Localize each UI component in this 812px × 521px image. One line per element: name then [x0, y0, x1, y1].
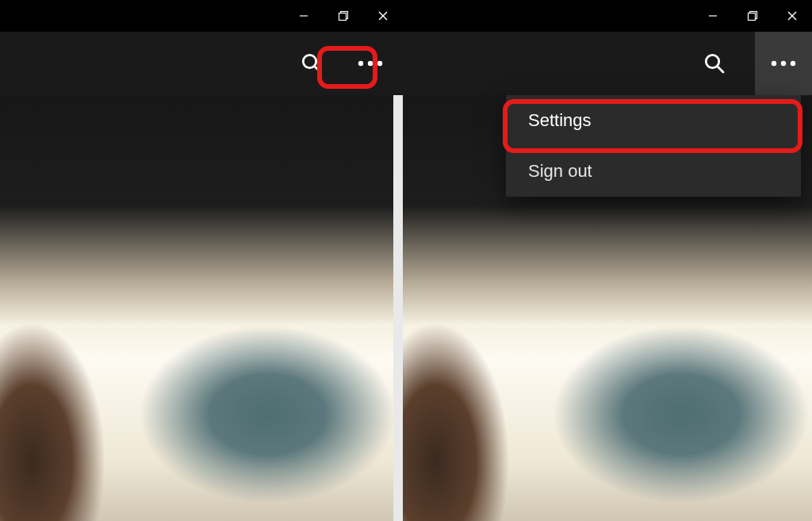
menu-item-settings[interactable]: Settings: [506, 95, 801, 146]
svg-point-8: [368, 61, 373, 66]
menu-item-sign-out[interactable]: Sign out: [506, 146, 801, 197]
svg-point-19: [791, 61, 795, 66]
search-icon[interactable]: [293, 45, 330, 82]
maximize-button[interactable]: [733, 0, 772, 32]
svg-rect-12: [749, 13, 756, 21]
close-button[interactable]: [772, 0, 812, 32]
minimize-button[interactable]: [284, 0, 324, 32]
content-area: [0, 32, 403, 521]
app-toolbar: [403, 32, 812, 95]
pane-step-1: [0, 0, 403, 521]
menu-item-label: Settings: [528, 110, 592, 131]
minimize-button[interactable]: [693, 0, 733, 32]
svg-point-18: [781, 61, 786, 66]
close-button[interactable]: [363, 0, 403, 32]
background-photo: [0, 95, 393, 521]
window-titlebar: [403, 0, 812, 32]
svg-point-17: [772, 61, 776, 66]
more-dropdown: Settings Sign out: [506, 95, 801, 197]
svg-point-7: [358, 61, 363, 66]
pane-step-2: Settings Sign out: [403, 0, 812, 521]
menu-item-label: Sign out: [528, 161, 592, 182]
svg-line-6: [315, 67, 321, 73]
more-icon[interactable]: [352, 45, 389, 82]
maximize-button[interactable]: [324, 0, 363, 32]
svg-line-16: [718, 67, 724, 73]
app-toolbar: [0, 32, 403, 95]
svg-point-9: [377, 61, 382, 66]
more-icon[interactable]: [755, 32, 812, 95]
search-icon[interactable]: [696, 45, 733, 82]
window-titlebar: [0, 0, 403, 32]
svg-rect-2: [339, 13, 347, 21]
